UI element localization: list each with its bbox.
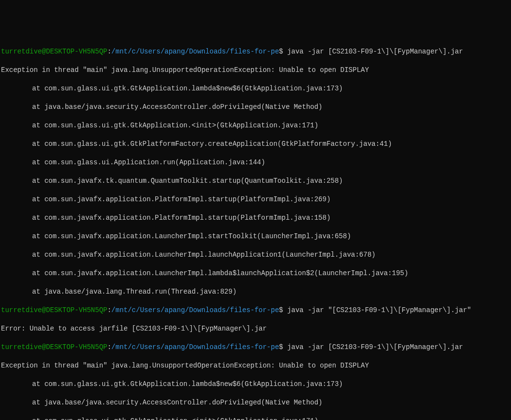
- working-dir: /mnt/c/Users/apang/Downloads/files-for-p…: [111, 306, 279, 314]
- working-dir: /mnt/c/Users/apang/Downloads/files-for-p…: [111, 48, 279, 55]
- user-host: turretdive@DESKTOP-VH5N5QP: [1, 306, 107, 314]
- prompt-line-1: turretdive@DESKTOP-VH5N5QP:/mnt/c/Users/…: [1, 47, 510, 56]
- colon: :: [107, 343, 111, 351]
- command-2: java -jar "[CS2103-F09-1\]\[FypManager\]…: [287, 306, 471, 314]
- trace-line: at com.sun.javafx.application.LauncherIm…: [1, 269, 510, 278]
- exception-header-1: Exception in thread "main" java.lang.Uns…: [1, 66, 510, 75]
- prompt-line-2: turretdive@DESKTOP-VH5N5QP:/mnt/c/Users/…: [1, 306, 510, 315]
- trace-line: at java.base/java.security.AccessControl…: [1, 103, 510, 112]
- dollar: $: [279, 343, 283, 351]
- trace-line: at com.sun.glass.ui.gtk.GtkApplication.<…: [1, 121, 510, 130]
- access-error: Error: Unable to access jarfile [CS2103-…: [1, 324, 510, 333]
- trace-line: at com.sun.javafx.tk.quantum.QuantumTool…: [1, 176, 510, 186]
- command-1: java -jar [CS2103-F09-1\]\[FypManager\].…: [287, 48, 463, 55]
- colon: :: [107, 306, 111, 314]
- trace-line: at com.sun.glass.ui.gtk.GtkApplication.l…: [1, 380, 510, 389]
- trace-line: at com.sun.javafx.application.PlatformIm…: [1, 213, 510, 223]
- command-3: java -jar [CS2103-F09-1\]\[FypManager\].…: [287, 343, 463, 351]
- user-host: turretdive@DESKTOP-VH5N5QP: [1, 48, 107, 55]
- dollar: $: [279, 306, 283, 314]
- trace-line: at com.sun.javafx.application.LauncherIm…: [1, 232, 510, 241]
- trace-line: at com.sun.glass.ui.gtk.GtkApplication.l…: [1, 84, 510, 93]
- trace-line: at com.sun.glass.ui.gtk.GtkApplication.<…: [1, 417, 510, 420]
- exception-header-2: Exception in thread "main" java.lang.Uns…: [1, 361, 510, 370]
- prompt-line-3: turretdive@DESKTOP-VH5N5QP:/mnt/c/Users/…: [1, 343, 510, 352]
- trace-line: at com.sun.javafx.application.LauncherIm…: [1, 250, 510, 260]
- terminal-output[interactable]: turretdive@DESKTOP-VH5N5QP:/mnt/c/Users/…: [1, 38, 510, 420]
- dollar: $: [279, 48, 283, 55]
- trace-line: at com.sun.glass.ui.gtk.GtkPlatformFacto…: [1, 140, 510, 149]
- trace-line: at java.base/java.security.AccessControl…: [1, 398, 510, 407]
- trace-line: at com.sun.javafx.application.PlatformIm…: [1, 195, 510, 204]
- trace-line: at com.sun.glass.ui.Application.run(Appl…: [1, 158, 510, 167]
- colon: :: [107, 48, 111, 55]
- user-host: turretdive@DESKTOP-VH5N5QP: [1, 343, 107, 351]
- working-dir: /mnt/c/Users/apang/Downloads/files-for-p…: [111, 343, 279, 351]
- trace-line: at java.base/java.lang.Thread.run(Thread…: [1, 287, 510, 297]
